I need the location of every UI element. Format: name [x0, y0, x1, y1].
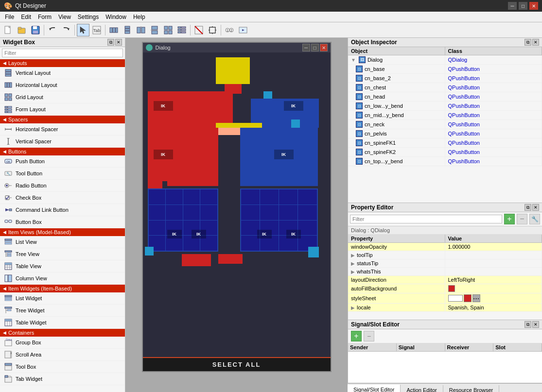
block-yellow-head[interactable]: [216, 57, 250, 84]
block-red-small-2[interactable]: [167, 181, 218, 186]
containers-category[interactable]: Containers: [0, 329, 125, 337]
maximize-button[interactable]: □: [519, 2, 527, 10]
prop-row-statustip[interactable]: ▶ statusTip: [348, 259, 542, 268]
layout-grid-button[interactable]: [162, 24, 175, 36]
obj-row-cn-pelvis[interactable]: ⊡ cn_pelvis QPushButton: [348, 129, 542, 138]
block-grid-left[interactable]: [148, 188, 218, 252]
block-cyan-right-1[interactable]: [291, 119, 300, 128]
prop-row-tooltip[interactable]: ▶ toolTip: [348, 251, 542, 259]
break-layout-button[interactable]: [192, 24, 205, 36]
obj-row-cn-low[interactable]: ⊡ cn_low...y_bend QPushButton: [348, 102, 542, 111]
dialog-maximize[interactable]: □: [311, 44, 319, 51]
widget-box-float[interactable]: ⧉: [107, 39, 114, 46]
dialog-close[interactable]: ✕: [320, 44, 328, 51]
widget-check-box[interactable]: Check Box: [0, 192, 125, 204]
widget-tab-widget[interactable]: Tab Widget: [0, 373, 125, 385]
prop-cell-autofill-value[interactable]: [445, 284, 542, 293]
cn-spineFK2-class[interactable]: QPushButton: [448, 149, 480, 155]
obj-inspector-close[interactable]: ✕: [532, 39, 539, 46]
block-red-lower-mid[interactable]: [218, 254, 243, 264]
prop-filter-input[interactable]: [350, 215, 502, 223]
menu-edit[interactable]: Edit: [18, 13, 34, 21]
cn-pelvis-class[interactable]: QPushButton: [448, 131, 480, 136]
menu-settings[interactable]: Settings: [75, 13, 102, 21]
layout-hs-button[interactable]: [135, 24, 147, 36]
buttons-category[interactable]: Buttons: [0, 148, 125, 155]
cn-top-class[interactable]: QPushButton: [448, 158, 480, 164]
new-button[interactable]: [2, 24, 15, 36]
obj-row-cn-head[interactable]: ⊡ cn_head QPushButton: [348, 92, 542, 102]
prop-row-locale[interactable]: ▶ locale Spanish, Spain: [348, 304, 542, 312]
obj-row-cn-spineFK2[interactable]: ⊡ cn_spineFK2 QPushButton: [348, 148, 542, 157]
cn-base-class-link[interactable]: QPushButton: [448, 66, 480, 72]
widget-group-box[interactable]: Group Group Box: [0, 337, 125, 349]
undo-button[interactable]: [46, 24, 59, 36]
prop-row-whatsthis[interactable]: ▶ whatsThis: [348, 268, 542, 276]
signal-editor-float[interactable]: ⧉: [525, 321, 531, 328]
cn-spineFK1-class[interactable]: QPushButton: [448, 140, 480, 146]
widget-scroll-area[interactable]: Scroll Area: [0, 349, 125, 361]
widget-vertical-layout[interactable]: Vertical Layout: [0, 67, 125, 79]
cn-low-class[interactable]: QPushButton: [448, 103, 480, 109]
obj-row-cn-top[interactable]: ⊡ cn_top...y_bend QPushButton: [348, 157, 542, 166]
spacers-category[interactable]: Spacers: [0, 116, 125, 123]
select-all-bar[interactable]: SELECT ALL: [143, 357, 331, 371]
prop-cell-locale-value[interactable]: Spanish, Spain: [445, 304, 542, 311]
cn-base2-class[interactable]: QPushButton: [448, 75, 480, 81]
obj-row-cn-neck[interactable]: ⊡ cn_neck QPushButton: [348, 120, 542, 129]
widget-tool-button[interactable]: 🔧 Tool Button: [0, 168, 125, 180]
adjust-size-button[interactable]: [206, 24, 219, 36]
widget-list-view[interactable]: List View: [0, 236, 125, 248]
block-cyan-bottom-left[interactable]: [145, 247, 154, 256]
widget-tree-widget[interactable]: Tree Widget: [0, 305, 125, 317]
menu-window[interactable]: Window: [103, 13, 129, 21]
item-widgets-category[interactable]: Item Widgets (Item-Based): [0, 285, 125, 292]
stylesheet-btn-2[interactable]: ⋯: [472, 294, 480, 302]
prop-wrench-button[interactable]: 🔧: [529, 214, 540, 224]
widget-tool-box[interactable]: Tool Box: [0, 361, 125, 373]
obj-row-cn-mid[interactable]: ⊡ cn_mid...y_bend QPushButton: [348, 111, 542, 120]
cn-chest-class[interactable]: QPushButton: [448, 85, 480, 90]
widget-command-link[interactable]: Command Link Button: [0, 204, 125, 216]
widget-button-box[interactable]: Button Box: [0, 216, 125, 228]
prop-cell-statustip-value[interactable]: [445, 259, 542, 267]
prop-row-autofill[interactable]: autoFillBackground: [348, 284, 542, 293]
prop-cell-whatsthis-value[interactable]: [445, 268, 542, 275]
cn-head-class[interactable]: QPushButton: [448, 94, 480, 100]
menu-file[interactable]: File: [2, 13, 17, 21]
layout-h-button[interactable]: [107, 24, 120, 36]
block-grid-right[interactable]: [240, 188, 318, 252]
prop-editor-close[interactable]: ✕: [532, 204, 539, 211]
widget-list-widget[interactable]: List Widget: [0, 292, 125, 305]
layout-v-button[interactable]: [121, 24, 134, 36]
widget-horizontal-spacer[interactable]: Horizontal Spacer: [0, 123, 125, 136]
widget-box-close[interactable]: ✕: [115, 39, 122, 46]
signal-add-button[interactable]: +: [351, 331, 362, 341]
prop-add-button[interactable]: +: [504, 214, 515, 224]
layouts-category[interactable]: Layouts: [0, 59, 125, 67]
tab-order-button[interactable]: 12: [223, 24, 236, 36]
prop-editor-float[interactable]: ⧉: [525, 204, 531, 211]
widget-table-view[interactable]: Table View: [0, 260, 125, 273]
widget-form-layout[interactable]: Form Layout: [0, 103, 125, 116]
menu-view[interactable]: View: [55, 13, 74, 21]
tab-signal-slot[interactable]: Signal/Slot Editor: [348, 385, 401, 392]
widget-vertical-spacer[interactable]: Vertical Spacer: [0, 136, 125, 148]
prop-cell-opacity-value[interactable]: 1.000000: [445, 243, 542, 251]
prop-cell-layout-dir-value[interactable]: LeftToRight: [445, 276, 542, 284]
tab-action-editor[interactable]: Action Editor: [401, 385, 443, 392]
dialog-minimize[interactable]: ─: [302, 44, 310, 51]
dialog-content[interactable]: IK IK IK IK: [143, 52, 331, 357]
signal-editor-close[interactable]: ✕: [532, 321, 539, 328]
menu-help[interactable]: Help: [130, 13, 148, 21]
save-button[interactable]: [29, 24, 42, 36]
widget-radio-button[interactable]: Radio Button: [0, 180, 125, 192]
prop-row-opacity[interactable]: windowOpacity 1.000000: [348, 243, 542, 251]
widget-horizontal-layout[interactable]: Horizontal Layout: [0, 79, 125, 91]
tab-order-tool[interactable]: Tab: [90, 24, 103, 36]
prop-minus-button[interactable]: −: [517, 214, 527, 224]
obj-row-dialog[interactable]: ▼ 🖼 Dialog QDialog: [348, 55, 542, 65]
redo-button[interactable]: [60, 24, 72, 36]
item-views-category[interactable]: Item Views (Model-Based): [0, 228, 125, 236]
minimize-button[interactable]: ─: [508, 2, 517, 10]
